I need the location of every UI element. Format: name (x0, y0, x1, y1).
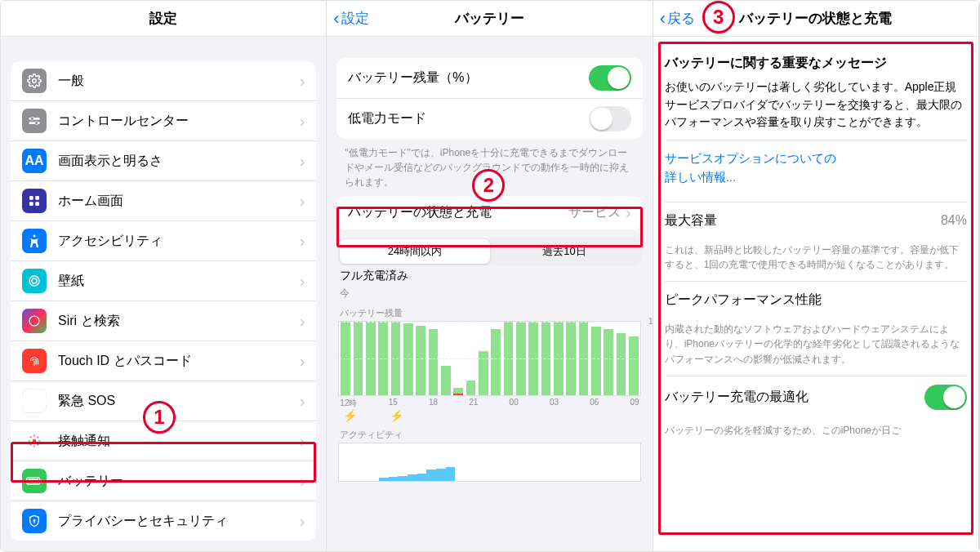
charge-indicators: ⚡ ⚡ (338, 409, 640, 422)
battery-health-pane: ‹ 戻る バッテリーの状態と充電 バッテリーに関する重要なメッセージ お使いのバ… (653, 1, 979, 551)
settings-row-siri[interactable]: Siri と検索› (11, 301, 316, 341)
svg-rect-6 (35, 196, 39, 200)
service-link[interactable]: サービスオプションについての 詳しい情報... (665, 149, 967, 187)
privacy-icon (22, 509, 47, 533)
settings-row-exposure[interactable]: 接触通知› (11, 421, 316, 461)
switch-optimized-charging[interactable] (924, 385, 967, 410)
full-charge-time: 今 (340, 287, 639, 300)
page-title: 設定 (149, 9, 177, 28)
optimized-label: バッテリー充電の最適化 (665, 389, 808, 406)
x-tick: 21 (469, 398, 478, 409)
row-label: プライバシーとセキュリティ (58, 513, 300, 530)
control-center-icon (22, 109, 47, 133)
level-bar (604, 329, 613, 395)
chevron-right-icon: › (300, 72, 305, 91)
seg-24h[interactable]: 24時間以内 (340, 239, 489, 264)
row-label: アクセシビリティ (58, 233, 300, 250)
settings-list: 一般›コントロールセンター›AA画面表示と明るさ›ホーム画面›アクセシビリティ›… (1, 37, 326, 551)
back-button[interactable]: ‹ 戻る (660, 8, 695, 29)
max-capacity-label: 最大容量 (665, 212, 717, 229)
header: 設定 (1, 1, 326, 37)
optimized-desc: バッテリーの劣化を軽減するため、このiPhoneが日ご (665, 423, 967, 438)
level-bar (429, 329, 439, 395)
settings-row-battery[interactable]: バッテリー› (11, 461, 316, 501)
chevron-right-icon: › (300, 352, 305, 371)
level-bar (441, 366, 451, 395)
battery-content: バッテリー残量（%） 低電力モード "低電力モード"では、iPhoneを十分に充… (327, 37, 652, 551)
row-label: 一般 (58, 73, 300, 90)
row-low-power[interactable]: 低電力モード (336, 99, 642, 139)
level-bar (591, 327, 601, 395)
settings-row-wallpaper[interactable]: 壁紙› (11, 261, 316, 301)
activity-chart: 60分 (338, 443, 640, 482)
activity-bar (446, 467, 456, 481)
x-tick: 18 (429, 398, 438, 409)
siri-icon (22, 309, 47, 333)
activity-bar (389, 477, 399, 481)
seg-10d[interactable]: 過去10日 (490, 239, 639, 264)
settings-row-privacy[interactable]: プライバシーとセキュリティ› (11, 501, 316, 541)
svg-point-13 (33, 439, 37, 443)
chevron-right-icon: › (300, 432, 305, 451)
activity-bar (379, 478, 389, 481)
svg-point-0 (33, 79, 37, 83)
header: ‹ 設定 バッテリー (327, 1, 652, 37)
accessibility-icon (22, 229, 47, 253)
home-icon (22, 189, 47, 213)
full-charge-title: フル充電済み (340, 269, 639, 283)
svg-point-9 (33, 235, 36, 238)
svg-point-12 (29, 316, 39, 326)
page-title: バッテリーの状態と充電 (739, 9, 892, 28)
activity-bar (436, 469, 446, 481)
activity-label: アクティビティ (340, 429, 639, 441)
max-capacity-value: 84% (941, 213, 967, 228)
svg-rect-7 (29, 202, 33, 206)
row-label: ホーム画面 (58, 193, 300, 210)
level-bar (416, 326, 425, 396)
settings-row-touchid[interactable]: Touch ID とパスコード› (11, 341, 316, 381)
message-text: お使いのバッテリーは著しく劣化しています。Apple正規サービスプロバイダでバッ… (665, 78, 967, 131)
row-label: Touch ID とパスコード (58, 353, 300, 370)
back-label: 設定 (341, 9, 369, 28)
display-icon: AA (22, 149, 47, 173)
row-label: 画面表示と明るさ (58, 153, 300, 170)
x-tick: 06 (590, 398, 599, 409)
touchid-icon (22, 349, 47, 373)
row-label: 緊急 SOS (58, 393, 300, 410)
settings-row-sos[interactable]: SOS緊急 SOS› (11, 381, 316, 421)
header: ‹ 戻る バッテリーの状態と充電 (653, 1, 978, 37)
svg-rect-26 (33, 521, 34, 523)
row-label: 壁紙 (58, 273, 300, 290)
switch-low-power[interactable] (589, 106, 631, 131)
level-label: バッテリー残量 (340, 307, 639, 319)
bolt-icon: ⚡ (343, 409, 357, 422)
chevron-right-icon: › (300, 272, 305, 291)
switch-battery-percent[interactable] (589, 65, 631, 91)
general-icon (22, 69, 47, 93)
x-tick: 12時 (340, 398, 357, 409)
svg-line-20 (30, 444, 32, 446)
row-optimized-charging[interactable]: バッテリー充電の最適化 (665, 376, 967, 418)
chevron-right-icon: › (300, 152, 305, 171)
message-title: バッテリーに関する重要なメッセージ (665, 55, 967, 72)
back-button[interactable]: ‹ 設定 (333, 8, 368, 29)
settings-row-general[interactable]: 一般› (11, 61, 316, 101)
row-max-capacity: 最大容量 84% (665, 203, 967, 239)
level-bar (629, 336, 639, 395)
row-peak-performance: ピークパフォーマンス性能 (665, 282, 967, 318)
activity-bar (417, 474, 427, 481)
settings-row-home[interactable]: ホーム画面› (11, 181, 316, 221)
time-range-segment[interactable]: 24時間以内 過去10日 (338, 238, 640, 265)
svg-rect-24 (41, 479, 42, 482)
peak-label: ピークパフォーマンス性能 (665, 292, 822, 309)
row-label: Siri と検索 (58, 313, 300, 330)
row-battery-percent[interactable]: バッテリー残量（%） (336, 58, 642, 99)
settings-row-display[interactable]: AA画面表示と明るさ› (11, 141, 316, 181)
settings-row-control-center[interactable]: コントロールセンター› (11, 101, 316, 141)
chevron-right-icon: › (300, 112, 305, 131)
chevron-right-icon: › (300, 392, 305, 411)
activity-bar (398, 476, 408, 481)
x-tick: 00 (510, 398, 519, 409)
row-battery-health[interactable]: バッテリーの状態と充電 サービス › (336, 196, 642, 229)
settings-row-accessibility[interactable]: アクセシビリティ› (11, 221, 316, 261)
